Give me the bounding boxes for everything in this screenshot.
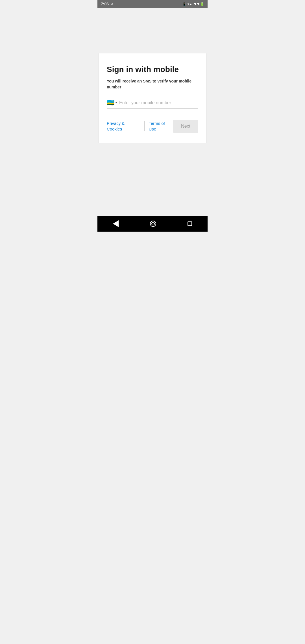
top-space	[97, 8, 208, 53]
status-bar: 7:06 ⊘ 📳 ▾▲ ◥ ◥ 🔋	[97, 0, 208, 8]
back-icon	[113, 220, 119, 227]
country-selector[interactable]: 🇷🇼 ▾	[107, 99, 117, 106]
battery-icon: 🔋	[200, 2, 204, 6]
back-button[interactable]	[113, 220, 119, 227]
privacy-cookies-link[interactable]: Privacy & Cookies	[107, 121, 140, 132]
dropdown-arrow-icon: ▾	[116, 101, 117, 104]
card-title: Sign in with mobile	[107, 65, 198, 74]
recent-icon	[188, 221, 192, 226]
wifi-icon: ▾▲	[188, 2, 192, 6]
home-icon	[150, 221, 156, 227]
status-time: 7:06	[101, 2, 109, 6]
phone-input-row: 🇷🇼 ▾	[107, 99, 198, 108]
card-footer: Privacy & Cookies Terms of Use Next	[107, 120, 198, 133]
terms-of-use-link[interactable]: Terms of Use	[149, 121, 173, 132]
footer-divider	[144, 121, 145, 131]
signal2-icon: ◥	[197, 2, 199, 6]
recent-apps-button[interactable]	[188, 221, 192, 226]
next-button[interactable]: Next	[173, 120, 198, 133]
dnd-icon: ⊘	[110, 2, 113, 6]
country-flag: 🇷🇼	[107, 99, 114, 106]
vibrate-icon: 📳	[182, 2, 186, 6]
status-left: 7:06 ⊘	[101, 2, 113, 6]
home-button[interactable]	[150, 221, 156, 227]
navigation-bar	[97, 216, 208, 232]
bottom-space	[97, 143, 208, 216]
signal1-icon: ◥	[193, 2, 196, 6]
card-subtitle: You will receive an SMS to verify your m…	[107, 78, 198, 90]
status-right: 📳 ▾▲ ◥ ◥ 🔋	[182, 2, 204, 6]
signin-card: Sign in with mobile You will receive an …	[99, 53, 206, 143]
phone-number-input[interactable]	[119, 100, 198, 106]
